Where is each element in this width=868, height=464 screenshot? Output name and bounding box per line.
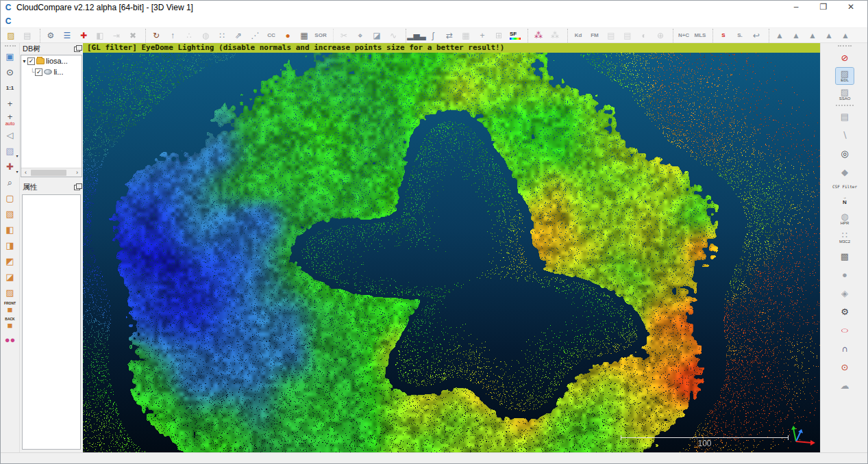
pcv-plugin-button[interactable]: ▩: [836, 248, 854, 264]
stereo-mode-button[interactable]: ●●: [2, 332, 18, 347]
canupo-classify-button[interactable]: ⁂: [547, 29, 562, 42]
bottom-view-button[interactable]: ▨: [2, 285, 18, 300]
sf-colormap-button[interactable]: SF: [508, 29, 523, 42]
sf-calculator-button[interactable]: ⊞: [491, 29, 506, 42]
terrain-tool-1-button[interactable]: ▲: [769, 29, 787, 42]
display-options-button[interactable]: ▣: [2, 49, 18, 64]
clone-arrow-button[interactable]: ↻: [145, 29, 164, 42]
iso-front-view-button[interactable]: FRONT ■: [2, 300, 18, 315]
terrain-tool-2-button[interactable]: ▲: [789, 29, 804, 42]
axes-dropdown-button[interactable]: ✚ ▾: [2, 159, 18, 174]
normals-color-button[interactable]: N+C: [673, 29, 691, 42]
hpr-plugin-button[interactable]: ◍ HPR: [836, 211, 854, 227]
canupo-create-button[interactable]: ⁂: [528, 29, 546, 42]
trace-polyline-button[interactable]: ∿: [386, 29, 401, 42]
expander-icon[interactable]: ▼: [21, 59, 27, 64]
statistics-button[interactable]: ▦: [458, 29, 473, 42]
globe-rasterize-button[interactable]: ⊕: [653, 29, 668, 42]
tree-row-li[interactable]: └ ✓ li...: [21, 66, 82, 77]
top-view-button[interactable]: ▧: [2, 206, 18, 221]
auto-pivot-button[interactable]: + auto: [2, 112, 18, 127]
minimize-button[interactable]: –: [782, 1, 810, 14]
fast-marching-button[interactable]: FM: [587, 29, 602, 42]
csf-plugin-button[interactable]: S: [712, 29, 731, 42]
float-panel-icon[interactable]: [74, 185, 80, 190]
fit-curve-button[interactable]: ʃ: [425, 29, 441, 42]
translate-rotate-button[interactable]: ⌖: [353, 29, 368, 42]
sf-min-max-button[interactable]: ⇄: [442, 29, 457, 42]
tree-hscrollbar[interactable]: ‹ ›: [21, 168, 82, 177]
tree-row-liosa[interactable]: ▼ ✓ liosa...: [21, 55, 82, 66]
edl-filter-button[interactable]: ▨ EDL: [836, 68, 854, 84]
point-projection-button[interactable]: ⋰: [247, 29, 262, 42]
cross-section-button[interactable]: ◪: [369, 29, 384, 42]
visibility-checkbox[interactable]: ✓: [35, 68, 42, 76]
zoom-lens-button[interactable]: ⌕: [2, 175, 18, 190]
poisson-recon-button[interactable]: ●: [836, 266, 854, 283]
csf-filter-label[interactable]: CSF Filter: [823, 182, 867, 190]
terrain-tool-3-button[interactable]: ▲: [805, 29, 820, 42]
ellipse-tool-button[interactable]: ○: [836, 322, 854, 338]
ransac-shape-detection-button[interactable]: ◈: [836, 285, 854, 301]
shapefile-export-button[interactable]: ▤: [604, 29, 619, 42]
bbox-dropdown-button[interactable]: ▧ ▾: [2, 143, 18, 158]
terrain-tool-4-button[interactable]: ▲: [821, 29, 836, 42]
scroll-left-arrow[interactable]: ‹: [21, 168, 30, 177]
zoom-1-1-button[interactable]: 1:1: [2, 80, 18, 95]
cloud-layers-button[interactable]: ☁: [836, 377, 854, 394]
ascii-export-button[interactable]: ▤: [620, 29, 635, 42]
hough-normals-button[interactable]: ⊙: [836, 359, 854, 375]
save-button[interactable]: ▤: [20, 29, 35, 42]
sf-add-button[interactable]: +: [475, 29, 490, 42]
segment-scissors-button[interactable]: ✂: [333, 29, 351, 42]
compass-plugin-button[interactable]: ◎: [836, 145, 854, 162]
close-button[interactable]: ✕: [837, 1, 865, 14]
right-view-button[interactable]: ◪: [2, 269, 18, 284]
sor-filter-button[interactable]: SOR: [313, 29, 328, 42]
merge-clouds-button[interactable]: ◧: [92, 29, 108, 42]
restore-button[interactable]: ❐: [810, 1, 837, 14]
normal-vector-button[interactable]: → N: [836, 192, 854, 209]
delete-button[interactable]: ✖: [125, 29, 140, 42]
pcl-plugin-button[interactable]: ⚙: [836, 303, 854, 320]
broom-clean-button[interactable]: ∖: [836, 127, 854, 143]
scroll-thumb[interactable]: [31, 170, 66, 176]
visibility-checkbox[interactable]: ✓: [27, 57, 35, 65]
wire-cube-button[interactable]: ▢: [2, 190, 18, 205]
cloud-cloud-distance-button[interactable]: CC: [264, 29, 279, 42]
open-button[interactable]: ▨: [3, 29, 18, 42]
apply-transformation-button[interactable]: ⚙: [40, 29, 58, 42]
back-view-button[interactable]: ◩: [2, 253, 18, 268]
properties-list-button[interactable]: ☰: [60, 29, 75, 42]
point-picking-button[interactable]: ✚: [76, 29, 91, 42]
remove-gl-filter-button[interactable]: ⊘: [836, 49, 854, 66]
facets-plugin-button[interactable]: ◆: [836, 164, 854, 180]
checkerboard-tool-button[interactable]: ▦: [297, 29, 312, 42]
octree-button[interactable]: ◍: [198, 29, 213, 42]
point-cloud-canvas[interactable]: [83, 43, 820, 454]
ssao-filter-button[interactable]: ▨ SSAO: [836, 86, 854, 103]
sphere-tool-button[interactable]: ◐: [636, 29, 652, 42]
front-view-button[interactable]: ◧: [2, 222, 18, 237]
subsample-cloud-button[interactable]: ↑: [165, 29, 180, 42]
float-panel-icon[interactable]: [74, 47, 80, 52]
scroll-right-arrow[interactable]: ›: [73, 168, 82, 177]
set-pivot-button[interactable]: +: [2, 96, 18, 111]
screenshot-camera-button[interactable]: ⊙: [2, 64, 18, 79]
orange-cloud-tool-button[interactable]: ●: [280, 29, 295, 42]
histogram-button[interactable]: ▂▅▃: [406, 29, 424, 42]
best-fit-plane-button[interactable]: ⇗: [231, 29, 246, 42]
align-clouds-button[interactable]: ⇥: [109, 29, 124, 42]
iso-back-view-button[interactable]: BACK ■: [2, 316, 18, 331]
animation-plugin-button[interactable]: ▤: [836, 105, 854, 125]
pick-rotation-center-button[interactable]: ◁: [2, 127, 18, 142]
m3c2-plugin-button[interactable]: ∷ M3C2: [836, 229, 854, 246]
sample-points-button[interactable]: ∷: [214, 29, 230, 42]
left-view-button[interactable]: ◨: [2, 237, 18, 253]
kd-tree-button[interactable]: Kd: [567, 29, 586, 42]
s-dot-plugin-button[interactable]: S.: [732, 29, 747, 42]
mls-smoothing-button[interactable]: MLS: [693, 29, 708, 42]
noise-filter-button[interactable]: ∴: [182, 29, 197, 42]
terrain-tool-5-button[interactable]: ▲: [838, 29, 853, 42]
magnet-tool-button[interactable]: ∩: [836, 340, 854, 357]
